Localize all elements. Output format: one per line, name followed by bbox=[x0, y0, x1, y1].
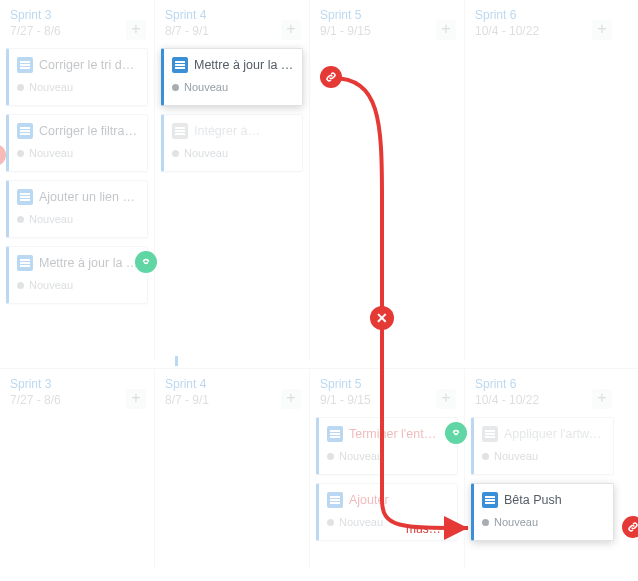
status-label: Nouveau bbox=[494, 450, 538, 462]
column-header[interactable]: Sprint 6 10/4 - 10/22 + bbox=[465, 0, 620, 44]
column-sprint3-bottom: Sprint 3 7/27 - 8/6 + bbox=[0, 369, 155, 569]
link-icon[interactable] bbox=[445, 422, 467, 444]
column-title: Sprint 6 bbox=[475, 377, 610, 391]
column-header[interactable]: Sprint 5 9/1 - 9/15 + bbox=[310, 369, 464, 413]
column-dates: 10/4 - 10/22 bbox=[475, 24, 610, 38]
link-icon[interactable] bbox=[320, 66, 342, 88]
task-card[interactable]: Appliquer l'artwork fin… Nouveau bbox=[471, 417, 614, 475]
doc-icon bbox=[17, 255, 33, 271]
card-title: Ajouter un lien vers l… bbox=[39, 190, 139, 204]
card-title: Terminer l'ent… bbox=[349, 427, 436, 441]
status-label: Nouveau bbox=[494, 516, 538, 528]
add-card-button[interactable]: + bbox=[126, 389, 146, 409]
column-dates: 9/1 - 9/15 bbox=[320, 393, 454, 407]
card-title: Corriger le tri du l… bbox=[39, 58, 139, 72]
column-header[interactable]: Sprint 6 10/4 - 10/22 + bbox=[465, 369, 620, 413]
add-card-button[interactable]: + bbox=[592, 389, 612, 409]
doc-icon bbox=[17, 57, 33, 73]
status-label: Nouveau bbox=[184, 81, 228, 93]
column-sprint3-top: Sprint 3 7/27 - 8/6 + Corriger le tri du… bbox=[0, 0, 155, 360]
column-sprint6-top: Sprint 6 10/4 - 10/22 + bbox=[465, 0, 620, 360]
task-card[interactable]: Mettre à jour la p… Nouveau bbox=[6, 246, 148, 304]
board-bottom: Sprint 3 7/27 - 8/6 + Sprint 4 8/7 - 9/1… bbox=[0, 368, 638, 569]
status-label: Nouveau bbox=[184, 147, 228, 159]
column-title: Sprint 3 bbox=[10, 8, 144, 22]
add-card-button[interactable]: + bbox=[592, 20, 612, 40]
add-card-button[interactable]: + bbox=[436, 389, 456, 409]
status-dot bbox=[482, 519, 489, 526]
doc-icon bbox=[17, 123, 33, 139]
column-header[interactable]: Sprint 4 8/7 - 9/1 + bbox=[155, 369, 309, 413]
board-top: Sprint 3 7/27 - 8/6 + Corriger le tri du… bbox=[0, 0, 638, 360]
link-label: mus… bbox=[406, 522, 441, 536]
status-label: Nouveau bbox=[29, 213, 73, 225]
status-label: Nouveau bbox=[339, 516, 383, 528]
status-dot bbox=[17, 282, 24, 289]
status-label: Nouveau bbox=[339, 450, 383, 462]
card-title: Intégrer à… bbox=[194, 124, 260, 138]
link-icon[interactable] bbox=[135, 251, 157, 273]
status-dot bbox=[17, 216, 24, 223]
task-card[interactable]: Mettre à jour la pa… Nouveau bbox=[161, 48, 303, 106]
column-title: Sprint 3 bbox=[10, 377, 144, 391]
column-title: Sprint 5 bbox=[320, 377, 454, 391]
status-label: Nouveau bbox=[29, 147, 73, 159]
status-dot bbox=[172, 84, 179, 91]
add-card-button[interactable]: + bbox=[126, 20, 146, 40]
column-sprint5-bottom: Sprint 5 9/1 - 9/15 + Terminer l'ent… No… bbox=[310, 369, 465, 569]
column-header[interactable]: Sprint 4 8/7 - 9/1 + bbox=[155, 0, 309, 44]
doc-icon bbox=[172, 57, 188, 73]
status-dot bbox=[327, 519, 334, 526]
doc-icon bbox=[482, 426, 498, 442]
card-title: Bêta Push bbox=[504, 493, 562, 507]
column-dates: 8/7 - 9/1 bbox=[165, 393, 299, 407]
column-title: Sprint 4 bbox=[165, 377, 299, 391]
status-dot bbox=[482, 453, 489, 460]
task-card[interactable]: Corriger le tri du l… Nouveau bbox=[6, 48, 148, 106]
add-card-button[interactable]: + bbox=[436, 20, 456, 40]
card-title: Mettre à jour la p… bbox=[39, 256, 139, 270]
column-title: Sprint 6 bbox=[475, 8, 610, 22]
task-card[interactable]: Bêta Push Nouveau bbox=[471, 483, 614, 541]
column-dates: 8/7 - 9/1 bbox=[165, 24, 299, 38]
status-dot bbox=[327, 453, 334, 460]
status-dot bbox=[17, 84, 24, 91]
task-card[interactable]: Corriger le filtrage pa… Nouveau bbox=[6, 114, 148, 172]
column-title: Sprint 4 bbox=[165, 8, 299, 22]
doc-icon bbox=[482, 492, 498, 508]
column-header[interactable]: Sprint 5 9/1 - 9/15 + bbox=[310, 0, 464, 44]
card-title: Appliquer l'artwork fin… bbox=[504, 427, 605, 441]
doc-icon bbox=[327, 492, 343, 508]
column-title: Sprint 5 bbox=[320, 8, 454, 22]
doc-icon bbox=[172, 123, 188, 139]
column-sprint4-bottom: Sprint 4 8/7 - 9/1 + bbox=[155, 369, 310, 569]
status-dot bbox=[17, 150, 24, 157]
column-dates: 7/27 - 8/6 bbox=[10, 24, 144, 38]
column-header[interactable]: Sprint 3 7/27 - 8/6 + bbox=[0, 0, 154, 44]
doc-icon bbox=[17, 189, 33, 205]
column-dates: 9/1 - 9/15 bbox=[320, 24, 454, 38]
status-label: Nouveau bbox=[29, 81, 73, 93]
column-header[interactable]: Sprint 3 7/27 - 8/6 + bbox=[0, 369, 154, 413]
column-sprint5-top: Sprint 5 9/1 - 9/15 + bbox=[310, 0, 465, 360]
card-title: Corriger le filtrage pa… bbox=[39, 124, 139, 138]
column-dates: 10/4 - 10/22 bbox=[475, 393, 610, 407]
status-label: Nouveau bbox=[29, 279, 73, 291]
add-card-button[interactable]: + bbox=[281, 389, 301, 409]
link-icon[interactable] bbox=[622, 516, 638, 538]
task-card[interactable]: Terminer l'ent… Nouveau bbox=[316, 417, 458, 475]
task-card[interactable]: Ajouter un lien vers l… Nouveau bbox=[6, 180, 148, 238]
column-marker bbox=[175, 356, 178, 366]
task-card[interactable]: Intégrer à… Nouveau bbox=[161, 114, 303, 172]
add-card-button[interactable]: + bbox=[281, 20, 301, 40]
card-title: Ajouter bbox=[349, 493, 389, 507]
status-dot bbox=[172, 150, 179, 157]
doc-icon bbox=[327, 426, 343, 442]
column-sprint4-top: Sprint 4 8/7 - 9/1 + Mettre à jour la pa… bbox=[155, 0, 310, 360]
column-dates: 7/27 - 8/6 bbox=[10, 393, 144, 407]
column-sprint6-bottom: Sprint 6 10/4 - 10/22 + Appliquer l'artw… bbox=[465, 369, 620, 569]
card-title: Mettre à jour la pa… bbox=[194, 58, 294, 72]
delete-link-button[interactable]: ✕ bbox=[370, 306, 394, 330]
